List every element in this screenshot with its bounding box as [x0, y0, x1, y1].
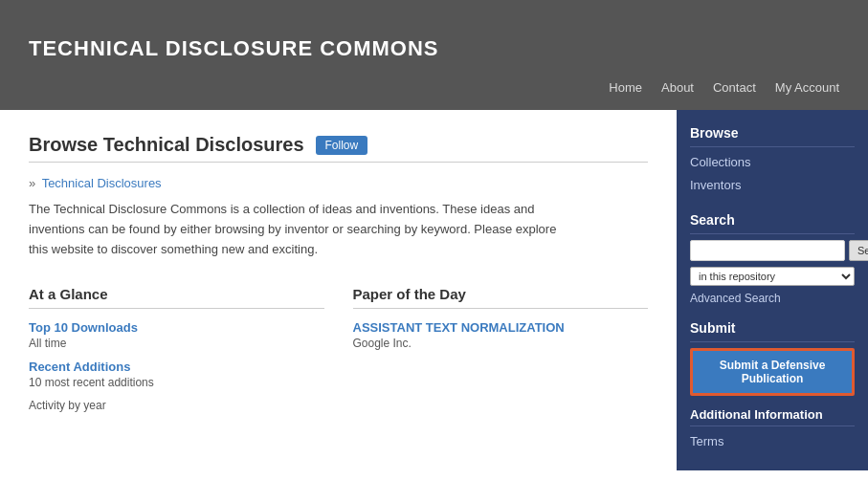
at-a-glance-divider [29, 308, 324, 309]
sidebar-search-title: Search [690, 212, 855, 234]
at-a-glance-heading: At a Glance [29, 286, 324, 302]
sidebar-submit-title: Submit [690, 320, 855, 342]
nav-about[interactable]: About [661, 80, 694, 95]
sidebar-terms-link[interactable]: Terms [690, 432, 855, 450]
site-title: TECHNICAL DISCLOSURE COMMONS [29, 19, 839, 71]
browse-heading: Browse Technical Disclosures [29, 134, 304, 156]
top-downloads-link[interactable]: Top 10 Downloads [29, 320, 324, 335]
sidebar-collections-link[interactable]: Collections [690, 153, 855, 171]
paper-org: Google Inc. [353, 337, 649, 350]
sidebar-browse-title: Browse [690, 125, 855, 147]
breadcrumb-link[interactable]: Technical Disclosures [42, 176, 162, 190]
paper-of-day-heading: Paper of the Day [353, 286, 649, 302]
recent-additions-sub2: Activity by year [29, 399, 324, 412]
sidebar-additional-info-title: Additional Information [690, 407, 855, 426]
header: TECHNICAL DISCLOSURE COMMONS Home About … [0, 0, 868, 110]
nav-home[interactable]: Home [609, 80, 642, 95]
two-columns: At a Glance Top 10 Downloads All time Re… [29, 286, 648, 422]
recent-additions-link[interactable]: Recent Additions [29, 360, 324, 374]
at-a-glance-col: At a Glance Top 10 Downloads All time Re… [29, 286, 353, 422]
browse-divider [29, 162, 648, 163]
nav-my-account[interactable]: My Account [775, 80, 839, 95]
recent-additions-sub1: 10 most recent additions [29, 376, 324, 389]
search-button[interactable]: Search [849, 240, 868, 261]
breadcrumb: » Technical Disclosures [29, 176, 648, 190]
content-area: Browse Technical Disclosures Follow » Te… [0, 110, 677, 470]
breadcrumb-sep: » [29, 176, 35, 190]
submit-defensive-pub-button[interactable]: Submit a Defensive Publication [690, 348, 855, 396]
nav-contact[interactable]: Contact [713, 80, 756, 95]
top-downloads-sub: All time [29, 337, 324, 350]
advanced-search-link[interactable]: Advanced Search [690, 292, 855, 305]
description-text: The Technical Disclosure Commons is a co… [29, 200, 565, 259]
sidebar: Browse Collections Inventors Search Sear… [677, 110, 868, 470]
search-box: Search [690, 240, 855, 261]
main-container: Browse Technical Disclosures Follow » Te… [0, 110, 868, 470]
sidebar-inventors-link[interactable]: Inventors [690, 176, 855, 194]
search-input[interactable] [690, 240, 845, 261]
follow-button[interactable]: Follow [316, 136, 368, 155]
paper-of-day-divider [353, 308, 649, 309]
paper-title-link[interactable]: ASSISTANT TEXT NORMALIZATION [353, 320, 649, 335]
paper-of-day-col: Paper of the Day ASSISTANT TEXT NORMALIZ… [353, 286, 649, 422]
repository-select[interactable]: in this repository [690, 267, 855, 286]
browse-title-row: Browse Technical Disclosures Follow [29, 134, 648, 156]
header-nav: Home About Contact My Account [29, 71, 839, 102]
